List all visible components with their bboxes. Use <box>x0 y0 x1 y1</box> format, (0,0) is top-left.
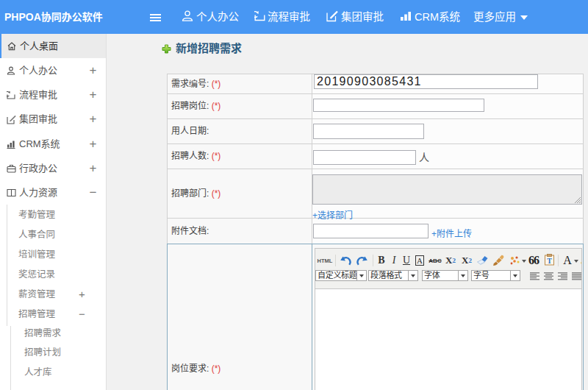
svg-text:T: T <box>547 257 552 265</box>
